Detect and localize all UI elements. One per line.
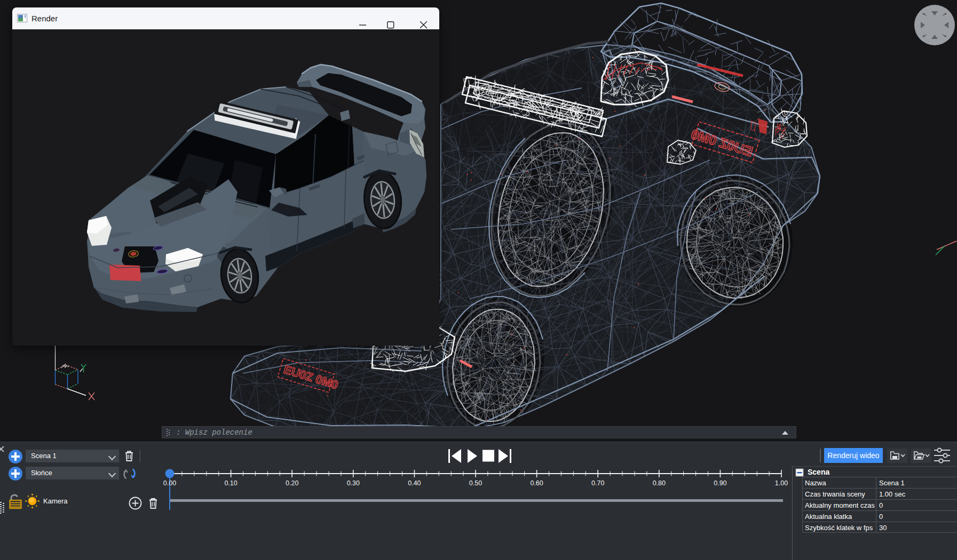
svg-text:0.40: 0.40 [408,479,421,487]
svg-text:0.20: 0.20 [286,479,298,487]
svg-text:0.70: 0.70 [591,479,604,487]
svg-text:0.10: 0.10 [224,479,237,487]
svg-text:0.00: 0.00 [163,479,176,487]
svg-text:0.30: 0.30 [347,479,360,487]
svg-text:0.50: 0.50 [469,479,482,487]
svg-text:1.00: 1.00 [775,479,788,487]
svg-text:0.60: 0.60 [530,479,543,487]
svg-text:0.80: 0.80 [653,479,666,487]
svg-text:0.90: 0.90 [714,479,726,487]
